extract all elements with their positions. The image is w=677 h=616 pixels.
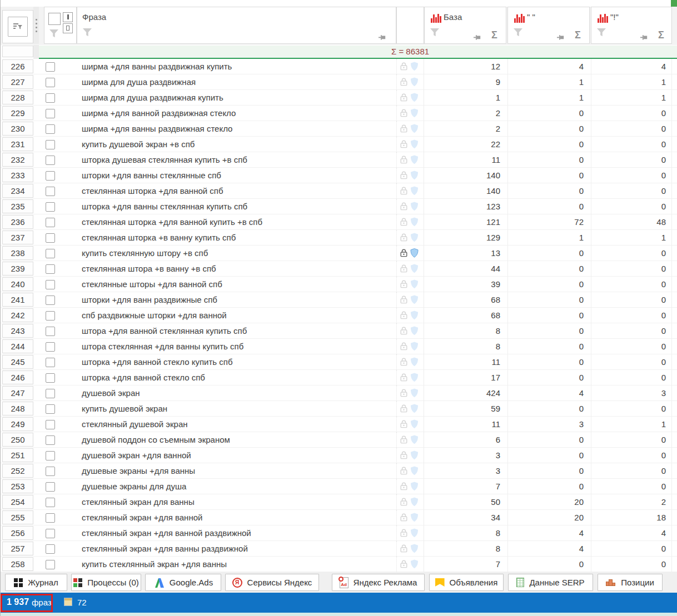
base-frequency-cell[interactable]: 8 [424,541,506,557]
lock-icon[interactable] [400,482,407,493]
exact-frequency-cell[interactable]: 0 [591,479,672,494]
lock-icon[interactable] [400,451,407,462]
exact-frequency-cell[interactable]: 0 [591,183,672,199]
lock-icon[interactable] [400,93,407,104]
exact-frequency-cell[interactable]: 0 [591,106,672,121]
row-checkbox[interactable] [46,342,55,352]
base-frequency-cell[interactable]: 13 [424,246,506,261]
lock-icon[interactable] [400,264,407,275]
serp-data-button[interactable]: Данные SERP [508,574,593,591]
row-checkbox[interactable] [46,513,55,523]
base-frequency-cell[interactable]: 68 [424,308,506,323]
lock-icon[interactable] [400,140,407,151]
lock-icon[interactable] [400,498,407,508]
exact-frequency-cell[interactable]: 2 [591,494,672,510]
quoted-sum-icon[interactable]: Σ [575,29,581,41]
row-checkbox[interactable] [46,373,55,383]
exact-frequency-cell[interactable]: 0 [591,199,672,214]
row-number[interactable]: 238 [2,246,33,260]
lock-icon[interactable] [400,404,407,415]
phrase-text[interactable]: стеклянный экран +для ванной раздвижной [82,525,393,541]
base-frequency-cell[interactable]: 2 [424,106,506,121]
row-number[interactable]: 241 [2,293,33,307]
row-number[interactable]: 248 [2,402,33,415]
base-frequency-cell[interactable]: 140 [424,168,506,183]
lock-icon[interactable] [400,156,407,166]
exact-frequency-cell[interactable]: 1 [591,230,672,246]
lock-icon[interactable] [400,327,407,337]
column-drag-handle[interactable] [33,7,39,44]
exact-filter-icon[interactable] [596,28,606,39]
quoted-frequency-cell[interactable]: 0 [507,557,589,572]
row-checkbox[interactable] [46,435,55,445]
lock-icon[interactable] [400,171,407,182]
row-number[interactable]: 239 [2,262,33,276]
exact-frequency-cell[interactable]: 0 [591,323,672,339]
row-checkbox[interactable] [46,249,55,258]
row-checkbox[interactable] [46,156,55,165]
quoted-frequency-cell[interactable]: 4 [507,541,589,557]
lock-icon[interactable] [400,513,407,524]
base-frequency-cell[interactable]: 12 [424,59,506,74]
select-all-checkbox[interactable] [48,13,61,25]
phrase-text[interactable]: шторка +для ванной стекло купить спб [82,354,393,370]
quoted-frequency-cell[interactable]: 3 [507,417,589,432]
lock-icon[interactable] [400,358,407,368]
row-checkbox[interactable] [46,233,55,243]
phrase-text[interactable]: душевой поддон со съемным экраном [82,432,393,448]
row-checkbox[interactable] [46,358,55,367]
phrase-text[interactable]: ширма для душа раздвижная купить [82,90,393,106]
row-checkbox[interactable] [46,124,55,134]
phrase-text[interactable]: купить душевой экран [82,401,393,417]
quoted-frequency-cell[interactable]: 0 [507,370,589,385]
exact-frequency-cell[interactable]: 0 [591,401,672,417]
quoted-frequency-cell[interactable]: 0 [507,137,589,152]
row-number[interactable]: 251 [2,448,33,462]
positions-button[interactable]: Позиции [598,574,663,591]
phrase-text[interactable]: стеклянная шторка +для ванной купить +в … [82,214,393,230]
lock-icon[interactable] [400,233,407,244]
base-frequency-cell[interactable]: 1 [424,90,506,106]
lock-icon[interactable] [400,124,407,135]
exact-frequency-cell[interactable]: 0 [591,370,672,385]
exact-frequency-cell[interactable]: 0 [591,168,672,183]
exact-frequency-cell[interactable]: 0 [591,277,672,292]
quoted-frequency-cell[interactable]: 0 [507,152,589,168]
grid-settings-button[interactable] [8,17,28,37]
base-frequency-cell[interactable]: 123 [424,199,506,214]
row-checkbox[interactable] [46,140,55,149]
phrase-text[interactable]: стеклянная штора +в ванну +в спб [82,261,393,277]
quoted-frequency-cell[interactable]: 0 [507,432,589,448]
quoted-filter-icon[interactable] [513,28,523,39]
exact-frequency-cell[interactable]: 0 [591,308,672,323]
quoted-frequency-cell[interactable]: 0 [507,339,589,354]
exact-frequency-cell[interactable]: 0 [591,541,672,557]
row-checkbox[interactable] [46,218,55,227]
phrase-text[interactable]: шторка +для ванны стеклянная купить спб [82,199,393,214]
phrase-text[interactable]: стеклянный экран для ванны [82,494,393,510]
exact-frequency-cell[interactable]: 1 [591,74,672,90]
journal-button[interactable]: Журнал [5,574,67,591]
column-header-base[interactable]: База Σ [424,7,506,44]
row-checkbox[interactable] [46,498,55,507]
phrase-text[interactable]: штора стеклянная +для ванны купить спб [82,339,393,354]
phrase-text[interactable]: стеклянный экран +для ванны раздвижной [82,541,393,557]
quoted-frequency-cell[interactable]: 1 [507,90,589,106]
row-number[interactable]: 226 [2,59,33,73]
exact-frequency-cell[interactable]: 18 [591,510,672,525]
row-number[interactable]: 244 [2,339,33,353]
base-filter-icon[interactable] [430,28,440,39]
row-number[interactable]: 231 [2,137,33,151]
exact-frequency-cell[interactable]: 48 [591,214,672,230]
column-header-exact[interactable]: "!" Σ [591,7,672,44]
row-checkbox[interactable] [46,389,55,398]
base-frequency-cell[interactable]: 140 [424,183,506,199]
phrase-text[interactable]: шторка +для ванной стекло спб [82,370,393,385]
exact-frequency-cell[interactable]: 1 [591,90,672,106]
row-number[interactable]: 253 [2,479,33,493]
row-checkbox[interactable] [46,62,55,72]
yandex-services-button[interactable]: Я Сервисы Яндекс [225,574,319,591]
yandex-direct-button[interactable]: Ad Яндекс Реклама [332,574,425,591]
lock-icon[interactable] [400,249,407,259]
base-frequency-cell[interactable]: 8 [424,525,506,541]
